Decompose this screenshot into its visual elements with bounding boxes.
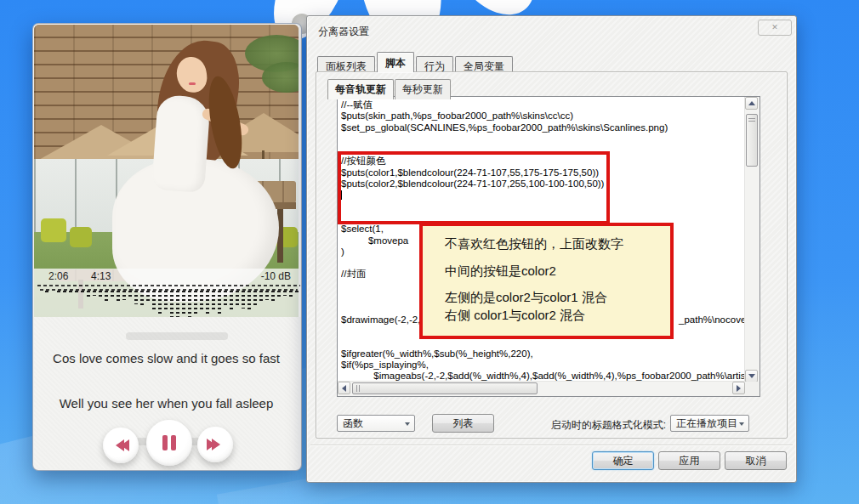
arrow-down-icon [748,374,755,378]
code-line: $if(%ps_isplaying%, [341,360,744,371]
waveform-bar [87,291,90,297]
tab-全局变量[interactable]: 全局变量 [455,56,513,72]
faded-lyric-line [126,332,228,340]
pause-button[interactable] [146,420,192,466]
rewind-icon [116,439,126,451]
tab-行为[interactable]: 行为 [416,56,453,72]
rewind-button[interactable] [103,428,139,463]
waveform-bar [111,291,114,298]
code-line: //--赋值 [341,99,744,110]
arrow-right-icon [737,385,741,392]
waveform-bar [134,291,138,304]
photo-woman-torso [151,94,211,193]
tab-面板列表[interactable]: 面板列表 [317,56,375,72]
waveform-display[interactable] [34,284,302,317]
waveform-bar [218,291,221,314]
waveform-bar [75,291,78,293]
waveform-bar [289,291,293,297]
thumb-grip-icon [748,118,755,123]
pause-icon [162,435,176,450]
photo-woman-lips [189,82,196,85]
list-button[interactable]: 列表 [432,414,494,433]
waveform-bar [206,291,209,316]
dialog-title: 分离器设置 [318,25,369,39]
function-combobox[interactable]: 函数 [337,415,415,432]
cancel-button[interactable]: 取消 [725,451,787,470]
lyric-line-next: Well you see her when you fall asleep [34,396,299,411]
vertical-scroll-thumb[interactable] [746,114,758,167]
subtab-bar: 每音轨更新每秒更新 [327,79,452,99]
fast-forward-icon [210,439,220,450]
subtab-每秒更新[interactable]: 每秒更新 [395,79,451,99]
waveform-bar [212,291,215,309]
format-mode-label: 启动时的标题格式化模式: [537,418,666,433]
scroll-right-button[interactable] [732,382,745,394]
waveform-bar [253,291,257,306]
scrollbar-corner [745,382,759,396]
code-line: $set_ps_global(SCANLINES,%ps_foobar2000_… [341,122,744,133]
code-line: $ifgreater(%_width%,$sub(%_height%,220), [341,348,744,360]
elapsed-time: 2:06 [48,270,68,282]
annotation-text-line: 右侧 color1与color2 混合 [445,306,670,324]
waveform-bar [194,291,197,314]
waveform-bar [164,291,168,311]
waveform-bar [295,291,299,293]
waveform-bar [200,291,203,312]
waveform-bar [247,291,251,311]
waveform-bar [236,291,239,305]
close-button[interactable]: ✕ [758,20,792,36]
waveform-bar [128,291,132,297]
photo-chair [70,227,92,247]
waveform-bar [122,291,126,300]
volume-level: -10 dB [261,270,291,282]
function-combobox-value: 函数 [343,416,363,431]
photo-chair [41,218,66,242]
scroll-left-button[interactable] [338,382,350,394]
vertical-scrollbar[interactable] [744,97,759,382]
code-line-fragment: _path%\nocover. [679,314,744,326]
fast-forward-button[interactable] [197,427,233,462]
waveform-bar [117,291,120,303]
player-lower-panel: Cos love comes slow and it goes so fast … [34,317,299,469]
chevron-down-icon [405,422,410,428]
tab-bar: 面板列表脚本行为全局变量 [317,54,515,72]
annotation-text-line: 左侧的是color2与color1 混合 [445,288,670,306]
waveform-bar [57,291,60,293]
chevron-down-icon [739,422,744,428]
waveform-bar [230,291,233,311]
waveform-bar [63,291,66,292]
format-mode-combobox[interactable]: 正在播放项目 [670,415,749,432]
close-icon: ✕ [771,24,778,31]
code-line: $puts(skin_path,%ps_foobar2000_path%\ski… [341,110,744,122]
arrow-up-icon [748,101,755,105]
annotation-text-line: 不喜欢红色按钮的，上面改数字 [445,235,670,252]
red-highlight-box [338,151,610,224]
lyric-line-current: Cos love comes slow and it goes so fast [34,351,299,365]
music-player-window: 2:06 4:13 -10 dB Cos love comes slow and… [32,23,302,471]
arrow-left-icon [342,385,346,392]
code-line [341,133,744,144]
scroll-up-button[interactable] [745,97,758,110]
waveform-bar [224,291,227,307]
horizontal-scrollbar[interactable] [338,381,745,396]
apply-button[interactable]: 应用 [658,451,720,470]
waveform-bar [152,291,156,311]
waveform-bar [182,291,185,316]
waveform-bar [242,291,245,309]
format-mode-value: 正在播放项目 [676,416,737,431]
ok-button[interactable]: 确定 [592,451,654,470]
waveform-bar [105,291,108,301]
waveform-bar [45,291,48,292]
tab-脚本[interactable]: 脚本 [377,52,414,72]
waveform-bar [158,291,162,314]
splitter-settings-dialog: 分离器设置 ✕ 面板列表脚本行为全局变量 每音轨更新每秒更新 //--赋值$pu… [306,15,797,483]
divider [310,445,793,446]
horizontal-scroll-thumb[interactable] [352,382,538,394]
scroll-down-button[interactable] [745,370,758,382]
thumb-grip-icon [356,385,361,392]
waveform-bar [265,291,269,300]
subtab-每音轨更新[interactable]: 每音轨更新 [327,79,394,99]
waveform-bar [69,291,72,294]
waveform-bar [170,291,174,317]
waveform-bar [140,291,144,308]
